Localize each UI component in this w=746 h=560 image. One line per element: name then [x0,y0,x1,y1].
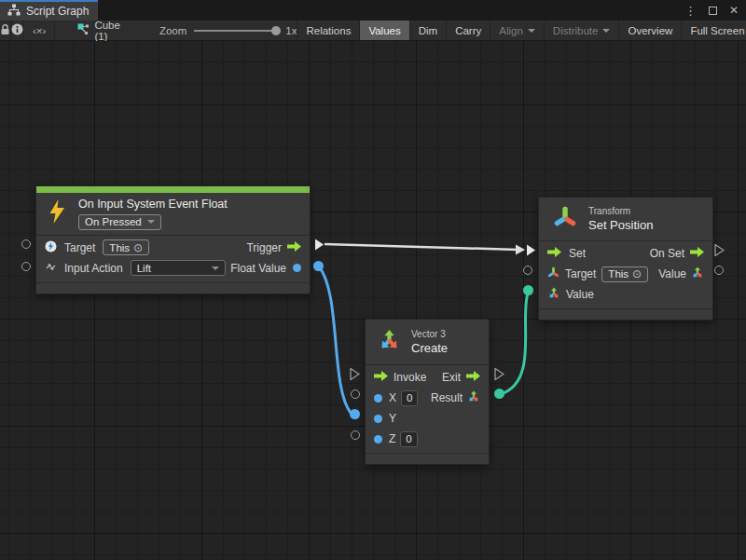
graph-canvas[interactable]: On Input System Event Float On Pressed [0,41,746,560]
code-icon: ‹×› [33,25,46,36]
node-footer [366,453,489,464]
graph-toolbar: ‹×› Cube (1) Zoom 1x Relations Values [0,20,746,41]
wire-trigger-to-set[interactable] [325,244,518,250]
node-title: Create [411,341,448,355]
zoom-slider-handle[interactable] [271,26,281,35]
info-icon [11,23,23,37]
port-event-trigger-out[interactable] [314,239,325,251]
transform-icon [553,205,577,233]
port-event-floatvalue-out[interactable] [313,261,324,271]
graph-tab-icon [7,3,21,20]
z-value-field[interactable]: 0 [400,431,417,447]
event-target-chip[interactable]: This ⊙ [103,239,149,255]
object-picker-icon[interactable]: ⊙ [133,241,143,254]
value-port-icon [293,264,301,272]
wire-result-to-value[interactable] [501,294,528,394]
graph-name-label: Cube (1) [94,20,120,42]
vector3-mini-icon [467,390,480,406]
window-close-icon[interactable]: ✕ [729,5,739,16]
node-category: Vector 3 [411,329,448,339]
invoke-label: Invoke [394,371,426,384]
event-action-row: Input Action Lift Float Value [36,258,310,279]
vector3-invoke-row: Invoke Exit [366,367,489,388]
port-vector3-z-in[interactable] [351,430,360,440]
zoom-value: 1x [285,25,297,36]
full-screen-button[interactable]: Full Screen [682,20,746,40]
vector3-icon [378,329,401,356]
transform-mini-icon [547,266,560,281]
chevron-down-icon [212,266,219,270]
values-button[interactable]: Values [360,20,409,40]
y-label: Y [389,412,396,425]
zoom-control: Zoom 1x [159,20,297,40]
relations-button[interactable]: Relations [297,20,360,40]
wire-arrowhead [516,245,525,255]
node-vector3-create[interactable]: Vector 3 Create Invoke Exit [365,319,490,465]
info-button[interactable] [11,20,24,40]
vector3-mini-icon [691,266,704,282]
float-value-label: Float Value [230,262,286,275]
vector3-z-row: Z 0 [366,429,489,449]
value-port-icon [374,394,382,403]
flow-arrow-icon [374,371,388,384]
chevron-down-icon [147,220,155,224]
flow-arrow-icon [547,247,561,260]
vector3-x-row: X 0 Result [366,388,489,408]
vector3-y-row: Y [366,408,489,429]
object-picker-icon[interactable]: ⊙ [632,267,642,280]
x-label: X [389,391,396,404]
distribute-button[interactable]: Distribute [545,20,620,40]
dim-button[interactable]: Dim [410,20,447,40]
on-set-label: On Set [650,247,684,260]
tab-title: Script Graph [26,5,89,18]
wire-floatvalue-to-y[interactable] [319,266,351,413]
code-preview-button[interactable]: ‹×› [24,20,55,40]
lock-icon [0,23,10,37]
port-transform-value-out[interactable] [714,266,724,275]
flow-arrow-icon [690,247,704,260]
event-mode-dropdown[interactable]: On Pressed [78,214,161,230]
port-transform-value-in[interactable] [523,285,533,295]
port-vector3-invoke-in[interactable] [350,368,360,380]
port-transform-onset-out[interactable] [714,244,725,256]
vector3-mini-icon [547,287,560,303]
graph-breadcrumb[interactable]: Cube (1) [55,20,120,40]
port-vector3-x-in[interactable] [351,389,360,399]
port-vector3-result-out[interactable] [494,389,504,399]
flow-arrow-icon [287,241,301,254]
event-accent-bar [36,186,310,193]
exit-label: Exit [442,371,461,384]
x-value-field[interactable]: 0 [401,390,418,406]
input-action-dropdown[interactable]: Lift [131,260,226,276]
window-menu-icon[interactable]: ⋮ [684,5,697,17]
port-event-target-in[interactable] [21,239,31,249]
tab-script-graph[interactable]: Script Graph [0,0,98,20]
window-maximize-icon[interactable] [709,7,717,15]
port-event-action-in[interactable] [21,262,31,271]
port-vector3-exit-out[interactable] [494,368,504,380]
target-label: Target [565,267,596,280]
align-button[interactable]: Align [490,20,545,40]
port-transform-target-in[interactable] [523,266,532,275]
value-port-icon [374,415,382,423]
carry-button[interactable]: Carry [447,20,490,40]
value-in-label: Value [566,288,594,301]
node-on-input-system-event-float[interactable]: On Input System Event Float On Pressed [35,185,311,294]
tab-bar: Script Graph ⋮ ✕ [0,0,746,20]
transform-target-chip[interactable]: This ⊙ [601,266,648,282]
event-target-row: Target This ⊙ Trigger [36,238,310,258]
zoom-slider[interactable] [194,30,278,32]
overview-button[interactable]: Overview [619,20,682,40]
node-transform-set-position[interactable]: Transform Set Position Set On Set [538,197,713,321]
node-title: Set Position [588,218,653,232]
input-action-label: Input Action [64,262,123,275]
trigger-label: Trigger [246,241,282,254]
chevron-down-icon [602,29,610,33]
lock-button[interactable] [0,20,11,40]
node-category: Transform [588,206,653,216]
chevron-down-icon [528,29,535,33]
node-footer [36,282,310,294]
zoom-label: Zoom [159,25,186,36]
port-vector3-y-in[interactable] [350,409,360,419]
port-transform-set-in[interactable] [526,244,536,256]
